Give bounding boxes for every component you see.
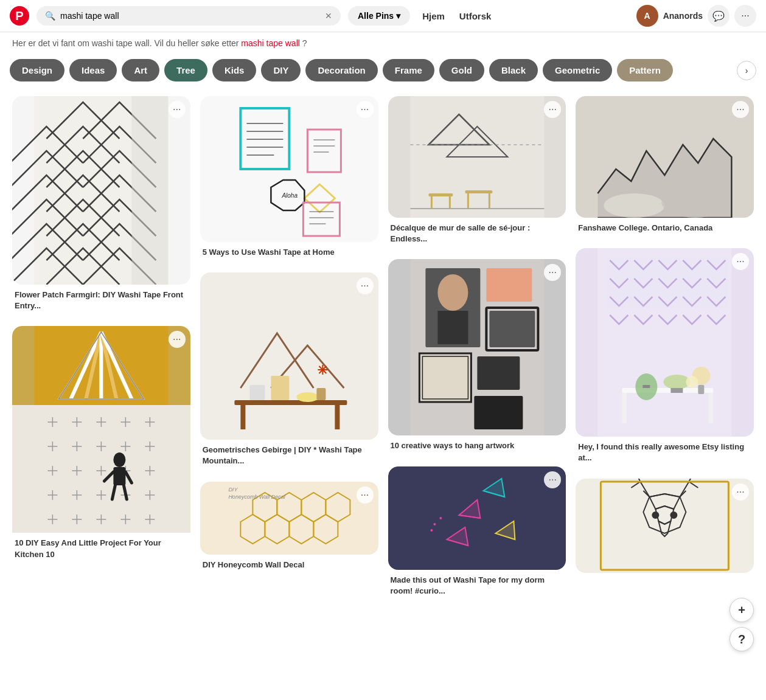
svg-rect-115 <box>465 190 492 193</box>
pin-title: 5 Ways to Use Washi Tape at Home <box>203 248 335 257</box>
pin-card[interactable]: ··· Flower Patch Farmgirl: DIY Washi Tap… <box>12 96 190 316</box>
search-info-prefix: Her er det vi fant om washi tape wall. <box>12 38 152 48</box>
pin-info <box>576 573 754 583</box>
pin-more-button[interactable]: ··· <box>357 101 374 118</box>
header: P 🔍 ✕ Alle Pins ▾ Hjem Utforsk A Ananord… <box>0 0 766 32</box>
pin-info: DIY Honeycomb Wall Decal <box>200 555 378 575</box>
nav-utforsk[interactable]: Utforsk <box>459 11 492 21</box>
cat-next-button[interactable]: › <box>737 61 756 80</box>
pin-card[interactable]: ··· Décalque de mur de salle de sé-jour … <box>388 96 566 249</box>
svg-rect-152 <box>671 388 683 393</box>
cat-frame[interactable]: Frame <box>383 59 434 81</box>
cat-black[interactable]: Black <box>489 59 538 81</box>
clear-icon[interactable]: ✕ <box>325 11 332 21</box>
pin-more-button[interactable]: ··· <box>732 483 749 501</box>
pin-title: Geometrisches Gebirge | DIY * Washi Tape… <box>203 445 362 465</box>
search-bar: 🔍 ✕ <box>37 6 341 26</box>
svg-point-143 <box>604 193 665 218</box>
chevron-down-icon: ▾ <box>396 11 400 21</box>
cat-tree[interactable]: Tree <box>164 59 207 81</box>
user-name: Ananords <box>663 11 703 21</box>
pin-info: Fanshawe College. Ontario, Canada <box>576 218 754 238</box>
svg-point-170 <box>671 512 677 518</box>
pin-more-button[interactable]: ··· <box>357 487 374 504</box>
svg-point-139 <box>433 523 436 525</box>
svg-point-169 <box>653 512 659 518</box>
pin-more-button[interactable]: ··· <box>732 253 749 270</box>
svg-point-138 <box>439 517 442 519</box>
svg-rect-123 <box>486 268 532 302</box>
svg-point-154 <box>686 376 698 388</box>
category-bar: Design Ideas Art Tree Kids DIY Decoratio… <box>0 54 766 86</box>
chat-icon[interactable]: 💬 <box>708 5 729 27</box>
pin-image <box>576 479 754 573</box>
pin-more-button[interactable]: ··· <box>357 277 374 294</box>
pin-card[interactable]: DIY Honeycomb Wall Decal ··· DIY Honeyco… <box>200 482 378 575</box>
svg-rect-91 <box>240 405 245 429</box>
svg-rect-122 <box>437 311 468 344</box>
all-pins-button[interactable]: Alle Pins ▾ <box>348 6 410 26</box>
pin-more-button[interactable]: ··· <box>544 471 561 488</box>
pin-more-button[interactable]: ··· <box>732 101 749 118</box>
pin-title: DIY Honeycomb Wall Decal <box>203 560 305 569</box>
pin-col-2: Aloha ··· 5 Ways to Use Washi Tape at Ho… <box>200 96 378 575</box>
svg-rect-94 <box>271 376 289 400</box>
cat-pattern[interactable]: Pattern <box>617 59 673 81</box>
pin-info: 5 Ways to Use Washi Tape at Home <box>200 242 378 263</box>
cat-kids[interactable]: Kids <box>212 59 257 81</box>
pin-image <box>12 96 190 285</box>
pinterest-logo[interactable]: P <box>10 6 29 26</box>
svg-point-61 <box>113 452 125 467</box>
pin-info: Décalque de mur de salle de sé-jour : En… <box>388 218 566 249</box>
pin-card[interactable]: ··· Fanshawe College. Ontario, Canada <box>576 96 754 238</box>
svg-rect-130 <box>474 396 523 429</box>
pin-card[interactable]: ··· <box>576 479 754 583</box>
pin-more-button[interactable]: ··· <box>169 331 186 348</box>
pin-image <box>388 96 566 218</box>
cat-design[interactable]: Design <box>10 59 64 81</box>
pin-col-1: ··· Flower Patch Farmgirl: DIY Washi Tap… <box>12 96 190 565</box>
pin-title: Made this out of Washi Tape for my dorm … <box>391 575 545 595</box>
pin-image: DIY Honeycomb Wall Decal <box>200 482 378 555</box>
pin-title: Fanshawe College. Ontario, Canada <box>578 223 712 232</box>
pin-image <box>200 272 378 440</box>
more-icon[interactable]: ··· <box>734 5 756 27</box>
cat-gold[interactable]: Gold <box>439 59 484 81</box>
svg-point-121 <box>437 274 468 311</box>
cat-geometric[interactable]: Geometric <box>543 59 612 81</box>
svg-rect-155 <box>698 385 705 394</box>
svg-rect-150 <box>643 385 650 388</box>
pin-card[interactable]: ··· Made this out of Washi Tape for my d… <box>388 466 566 601</box>
svg-rect-62 <box>113 467 125 485</box>
search-input[interactable] <box>60 11 320 21</box>
svg-rect-112 <box>428 193 453 196</box>
pin-more-button[interactable]: ··· <box>169 101 186 118</box>
pin-image <box>388 259 566 435</box>
pin-image-tent <box>12 326 190 405</box>
nav-hjem[interactable]: Hjem <box>422 11 445 21</box>
cat-decoration[interactable]: Decoration <box>305 59 377 81</box>
pin-card[interactable]: ··· Geometrisches Gebirge | DIY * Washi … <box>200 272 378 471</box>
cat-diy[interactable]: DIY <box>261 59 301 81</box>
add-float-button[interactable]: + <box>729 598 754 611</box>
pin-card[interactable]: ··· Hey, I found this really awesome Ets… <box>576 248 754 468</box>
pin-image <box>576 248 754 437</box>
svg-rect-92 <box>335 405 339 429</box>
avatar[interactable]: A <box>636 5 658 27</box>
pin-title: 10 creative ways to hang artwork <box>391 441 515 450</box>
pin-info: Hey, I found this really awesome Etsy li… <box>576 437 754 468</box>
pin-card[interactable]: ··· 10 DIY Easy And Little Project For Y… <box>12 326 190 564</box>
svg-rect-129 <box>477 356 520 390</box>
nav-links: Hjem Utforsk <box>422 11 491 21</box>
pin-card[interactable]: Aloha ··· 5 Ways to Use Washi Tape at Ho… <box>200 96 378 263</box>
search-suggestion-link[interactable]: mashi tape wall <box>241 38 300 48</box>
cat-art[interactable]: Art <box>122 59 159 81</box>
cat-ideas[interactable]: Ideas <box>69 59 117 81</box>
svg-point-144 <box>662 187 729 218</box>
svg-rect-1 <box>131 96 168 285</box>
pin-col-4: ··· Fanshawe College. Ontario, Canada <box>576 96 754 583</box>
svg-rect-147 <box>622 393 627 423</box>
pin-info: Flower Patch Farmgirl: DIY Washi Tape Fr… <box>12 285 190 316</box>
pin-card[interactable]: ··· 10 creative ways to hang artwork <box>388 259 566 456</box>
search-info: Her er det vi fant om washi tape wall. V… <box>0 32 766 54</box>
